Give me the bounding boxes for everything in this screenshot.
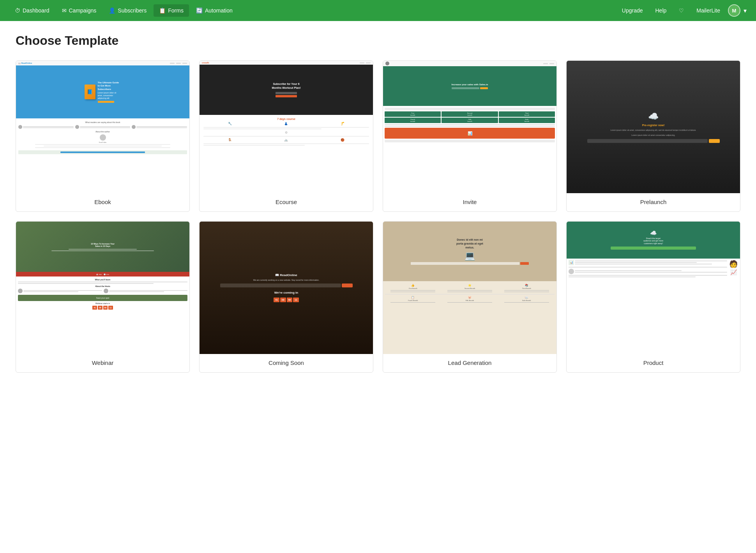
- heart-icon: ♡: [679, 7, 684, 14]
- upgrade-label: Upgrade: [622, 7, 643, 14]
- nav-forms[interactable]: 📋 Forms: [154, 4, 189, 17]
- template-card-ecourse[interactable]: crossfit Subscribe for Your 6Months Work…: [199, 60, 373, 212]
- template-label-lead-generation: Lead Generation: [383, 354, 556, 372]
- template-preview-lead-generation: Donec id elit non miporta gravida at ege…: [383, 222, 556, 354]
- template-preview-webinar: 10 Ways To Increase YourSales in 10 Days…: [16, 222, 189, 354]
- template-card-ebook[interactable]: 📖 ReadOnline 📘 The Ultimate Guide to G: [16, 60, 190, 212]
- nav-campaigns[interactable]: ✉ Campaigns: [57, 4, 102, 17]
- template-card-lead-generation[interactable]: Donec id elit non miporta gravida at ege…: [383, 221, 557, 373]
- help-label: Help: [655, 7, 667, 14]
- template-label-coming-soon: Coming Soon: [200, 354, 373, 372]
- user-initial: M: [732, 8, 737, 14]
- nav-dashboard[interactable]: ⏱ Dashboard: [9, 4, 55, 17]
- template-card-webinar[interactable]: 10 Ways To Increase YourSales in 10 Days…: [16, 221, 190, 373]
- automation-icon: 🔄: [196, 7, 203, 14]
- template-card-coming-soon[interactable]: 📖 ReadOnline We are currently working on…: [199, 221, 373, 373]
- template-card-product[interactable]: ☁️ Reach the targetaudience and get more…: [566, 221, 740, 373]
- template-label-invite: Invite: [383, 193, 556, 211]
- nav-subscribers[interactable]: 👤 Subscribers: [103, 4, 152, 17]
- nav-dashboard-label: Dashboard: [23, 7, 49, 14]
- template-label-webinar: Webinar: [16, 354, 189, 372]
- template-preview-invite: Increase your sales with Sales.io Firstb…: [383, 61, 556, 193]
- template-card-invite[interactable]: Increase your sales with Sales.io Firstb…: [383, 60, 557, 212]
- templates-grid: 📖 ReadOnline 📘 The Ultimate Guide to G: [16, 60, 740, 373]
- nav-forms-label: Forms: [168, 7, 184, 14]
- user-dropdown-icon[interactable]: ▾: [744, 7, 747, 14]
- nav-campaigns-label: Campaigns: [69, 7, 97, 14]
- template-preview-ecourse: crossfit Subscribe for Your 6Months Work…: [200, 61, 373, 193]
- favorites-button[interactable]: ♡: [674, 5, 689, 16]
- template-label-prelaunch: Prelaunch: [567, 193, 740, 211]
- template-preview-prelaunch: ☁️ Pre-register now! Lorem ipsum dolor s…: [567, 61, 740, 193]
- template-label-ebook: Ebook: [16, 193, 189, 211]
- main-content: Choose Template 📖 ReadOnline: [0, 21, 756, 553]
- nav-automation-label: Automation: [205, 7, 233, 14]
- dashboard-icon: ⏱: [15, 7, 20, 14]
- forms-icon: 📋: [159, 7, 166, 14]
- nav-automation[interactable]: 🔄 Automation: [191, 4, 238, 17]
- help-button[interactable]: Help: [651, 5, 671, 16]
- nav-left: ⏱ Dashboard ✉ Campaigns 👤 Subscribers 📋 …: [9, 4, 238, 17]
- subscribers-icon: 👤: [109, 7, 115, 14]
- avatar[interactable]: M: [728, 4, 740, 17]
- template-preview-coming-soon: 📖 ReadOnline We are currently working on…: [200, 222, 373, 354]
- brand-text: MailerLite: [696, 7, 720, 14]
- template-label-ecourse: Ecourse: [200, 193, 373, 211]
- nav-subscribers-label: Subscribers: [118, 7, 147, 14]
- navbar: ⏱ Dashboard ✉ Campaigns 👤 Subscribers 📋 …: [0, 0, 756, 21]
- campaigns-icon: ✉: [62, 7, 67, 14]
- page-title: Choose Template: [16, 33, 740, 48]
- template-preview-product: ☁️ Reach the targetaudience and get more…: [567, 222, 740, 354]
- template-preview-ebook: 📖 ReadOnline 📘 The Ultimate Guide to G: [16, 61, 189, 193]
- template-card-prelaunch[interactable]: ☁️ Pre-register now! Lorem ipsum dolor s…: [566, 60, 740, 212]
- template-label-product: Product: [567, 354, 740, 372]
- upgrade-button[interactable]: Upgrade: [617, 5, 648, 16]
- nav-right: Upgrade Help ♡ MailerLite M ▾: [617, 4, 747, 17]
- brand-label: MailerLite: [692, 5, 725, 16]
